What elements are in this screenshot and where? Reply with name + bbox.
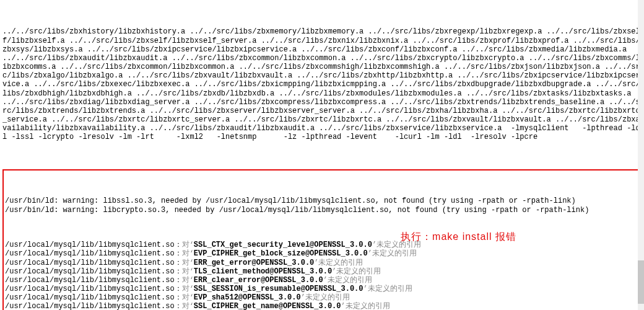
ld-warning-line: /usr/bin/ld: warning: libssl.so.3, neede… <box>5 197 639 205</box>
scrollbar-thumb[interactable] <box>638 260 644 304</box>
undefined-reference-line: /usr/local/mysql/lib/libmysqlclient.so：对… <box>5 259 639 267</box>
undefined-reference-line: /usr/local/mysql/lib/libmysqlclient.so：对… <box>5 302 639 310</box>
undefined-reference-list: /usr/local/mysql/lib/libmysqlclient.so：对… <box>5 241 639 310</box>
annotation-label: 执行：make install 报错 <box>401 231 516 243</box>
undefined-reference-line: /usr/local/mysql/lib/libmysqlclient.so：对… <box>5 241 639 249</box>
ld-warning-list: /usr/bin/ld: warning: libssl.so.3, neede… <box>5 197 639 214</box>
terminal-output: ../../src/libs/zbxhistory/libzbxhistory.… <box>0 0 644 310</box>
error-highlight-box: /usr/bin/ld: warning: libssl.so.3, neede… <box>2 169 642 310</box>
vertical-scrollbar[interactable] <box>638 0 644 310</box>
ld-warning-line: /usr/bin/ld: warning: libcrypto.so.3, ne… <box>5 206 639 215</box>
undefined-reference-line: /usr/local/mysql/lib/libmysqlclient.so：对… <box>5 276 639 285</box>
undefined-reference-line: /usr/local/mysql/lib/libmysqlclient.so：对… <box>5 293 639 302</box>
undefined-reference-line: /usr/local/mysql/lib/libmysqlclient.so：对… <box>5 285 639 293</box>
gcc-link-command: ../../src/libs/zbxhistory/libzbxhistory.… <box>2 27 642 141</box>
undefined-reference-line: /usr/local/mysql/lib/libmysqlclient.so：对… <box>5 249 639 258</box>
undefined-reference-line: /usr/local/mysql/lib/libmysqlclient.so：对… <box>5 267 639 276</box>
